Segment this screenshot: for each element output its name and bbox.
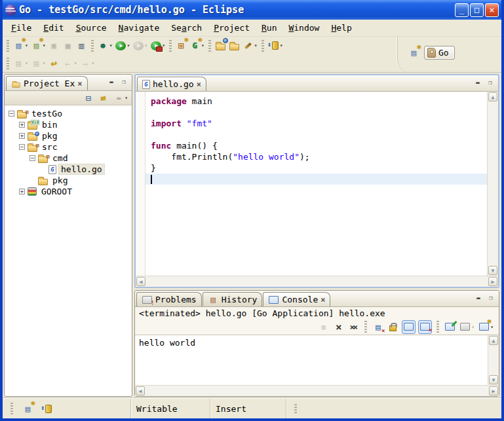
- menu-project[interactable]: Project: [208, 22, 256, 34]
- new-go-element-button[interactable]: ▾: [189, 39, 205, 52]
- console-vertical-scrollbar[interactable]: ▲ ▼: [488, 335, 499, 385]
- remove-all-terminated-button[interactable]: [347, 321, 360, 333]
- code-editor[interactable]: package mainimport "fmt"func main() { fm…: [145, 92, 487, 276]
- trim-annotation-button[interactable]: [41, 403, 53, 415]
- show-stdout-button[interactable]: [402, 320, 416, 334]
- link-with-editor-button[interactable]: [97, 92, 109, 104]
- open-console-button[interactable]: ▾: [478, 321, 494, 333]
- scroll-down-icon[interactable]: ▼: [488, 266, 497, 275]
- tree-item-bin[interactable]: +010bin: [5, 119, 132, 130]
- tree-item-cmd[interactable]: −⊞cmd: [5, 153, 132, 164]
- tree-item-pkg[interactable]: pkg: [5, 175, 132, 186]
- pin-console-button[interactable]: [444, 321, 456, 333]
- chevron-down-icon[interactable]: ▾: [126, 43, 130, 48]
- tree-item-pkg[interactable]: +pkg: [5, 130, 132, 141]
- menu-edit[interactable]: Edit: [37, 22, 69, 34]
- collapse-icon[interactable]: −: [19, 144, 25, 150]
- close-button[interactable]: ×: [485, 3, 499, 17]
- new-project-button[interactable]: [175, 39, 187, 52]
- maximize-view-icon[interactable]: ❒: [485, 78, 495, 87]
- editor-tab-close-icon[interactable]: ×: [197, 80, 201, 89]
- scroll-left-icon[interactable]: ◀: [136, 277, 145, 286]
- scroll-up-icon[interactable]: ▲: [488, 92, 497, 101]
- clear-console-button[interactable]: ×: [372, 321, 384, 333]
- run-button[interactable]: ▾: [114, 39, 130, 52]
- minimize-view-icon[interactable]: ▬: [106, 77, 117, 86]
- tree-item-testgo[interactable]: −⊞testGo: [5, 108, 132, 119]
- search-button[interactable]: [214, 39, 227, 52]
- chevron-down-icon[interactable]: ▾: [280, 43, 283, 48]
- tree-item-src[interactable]: −⊞src: [5, 141, 132, 153]
- menu-run[interactable]: Run: [256, 22, 282, 34]
- collapse-all-button[interactable]: [82, 92, 94, 104]
- open-resource-button[interactable]: [228, 39, 241, 52]
- chevron-down-icon[interactable]: ▾: [254, 43, 258, 48]
- project-explorer-close-icon[interactable]: ×: [77, 79, 82, 88]
- editor-tab-hello-go[interactable]: G hello.go ×: [137, 77, 206, 91]
- show-stderr-button[interactable]: ×: [418, 320, 432, 334]
- chevron-down-icon[interactable]: ▾: [125, 95, 128, 101]
- terminate-button[interactable]: [317, 321, 330, 333]
- previous-annotation-button[interactable]: ▾: [30, 57, 47, 69]
- scroll-down-icon[interactable]: ▼: [489, 375, 498, 384]
- maximize-view-icon[interactable]: ❒: [119, 77, 129, 86]
- print-button[interactable]: [75, 39, 88, 52]
- tab-history[interactable]: History: [203, 292, 263, 306]
- menu-navigate[interactable]: Navigate: [113, 22, 166, 34]
- project-explorer-tab[interactable]: Project Ex ×: [6, 76, 88, 90]
- last-edit-location-button[interactable]: [48, 57, 60, 69]
- expand-icon[interactable]: +: [19, 189, 25, 194]
- run-history-button[interactable]: ▾: [132, 39, 148, 52]
- go-perspective-button[interactable]: Go: [424, 46, 455, 60]
- tree-item-hello-go[interactable]: Ghello.go: [5, 164, 132, 175]
- scroll-left-icon[interactable]: ◀: [136, 386, 145, 395]
- annotation-ruler[interactable]: [136, 92, 145, 276]
- minimize-button[interactable]: _: [455, 3, 469, 17]
- back-icon: [62, 58, 73, 69]
- menu-search[interactable]: Search: [165, 22, 208, 34]
- console-output[interactable]: hello world: [135, 335, 488, 385]
- menu-file[interactable]: File: [5, 22, 37, 34]
- menu-window[interactable]: Window: [282, 22, 325, 34]
- open-perspective-button[interactable]: [406, 46, 421, 60]
- minimize-view-icon[interactable]: ▬: [473, 78, 483, 87]
- menu-help[interactable]: Help: [325, 22, 357, 34]
- back-button[interactable]: ▾: [62, 57, 78, 69]
- collapse-icon[interactable]: −: [29, 155, 35, 161]
- save-all-button[interactable]: [62, 39, 74, 52]
- scroll-up-icon[interactable]: ▲: [489, 336, 498, 345]
- tree-item-goroot[interactable]: +GOROOT: [5, 186, 132, 197]
- annotation-cycle-button[interactable]: ▾: [267, 39, 284, 52]
- maximize-button[interactable]: □: [470, 3, 484, 17]
- fast-view-button[interactable]: [22, 403, 34, 415]
- tab-problems[interactable]: !Problems: [136, 292, 202, 306]
- minimize-view-icon[interactable]: ▬: [473, 293, 484, 302]
- scroll-right-icon[interactable]: ▶: [488, 277, 497, 286]
- mark-occurrences-button[interactable]: ▾: [242, 39, 258, 52]
- scroll-right-icon[interactable]: ▶: [489, 386, 498, 395]
- menu-source[interactable]: Source: [70, 22, 113, 34]
- tab-console[interactable]: Console×: [263, 292, 330, 306]
- forward-button[interactable]: ▾: [79, 57, 95, 69]
- collapse-icon[interactable]: −: [9, 111, 14, 117]
- expand-icon[interactable]: +: [19, 122, 25, 128]
- new-wizard-button[interactable]: ▾: [12, 39, 29, 52]
- editor-horizontal-scrollbar[interactable]: ◀ ▶: [136, 276, 498, 287]
- expand-icon[interactable]: +: [19, 133, 25, 139]
- view-menu-button[interactable]: ▾: [112, 92, 128, 104]
- save-button[interactable]: [48, 39, 60, 52]
- tab-close-icon[interactable]: ×: [320, 295, 325, 304]
- external-tools-button[interactable]: ▾: [149, 39, 166, 52]
- title-bar[interactable]: Go - testGo/src/cmd/hello.go - Eclipse _…: [3, 0, 501, 20]
- display-selected-console-button[interactable]: ▾: [459, 321, 475, 333]
- chevron-down-icon[interactable]: ▾: [109, 43, 113, 48]
- remove-launch-button[interactable]: [332, 321, 345, 333]
- pkg-folder-icon: [28, 134, 37, 141]
- console-horizontal-scrollbar[interactable]: ◀ ▶: [135, 385, 499, 396]
- new-go-file-button[interactable]: ▾: [30, 39, 47, 52]
- editor-vertical-scrollbar[interactable]: ▲ ▼: [487, 92, 498, 276]
- debug-button[interactable]: ▾: [97, 39, 113, 52]
- maximize-view-icon[interactable]: ❒: [486, 293, 496, 302]
- scroll-lock-button[interactable]: [387, 321, 399, 333]
- next-annotation-button[interactable]: ▾: [12, 57, 29, 69]
